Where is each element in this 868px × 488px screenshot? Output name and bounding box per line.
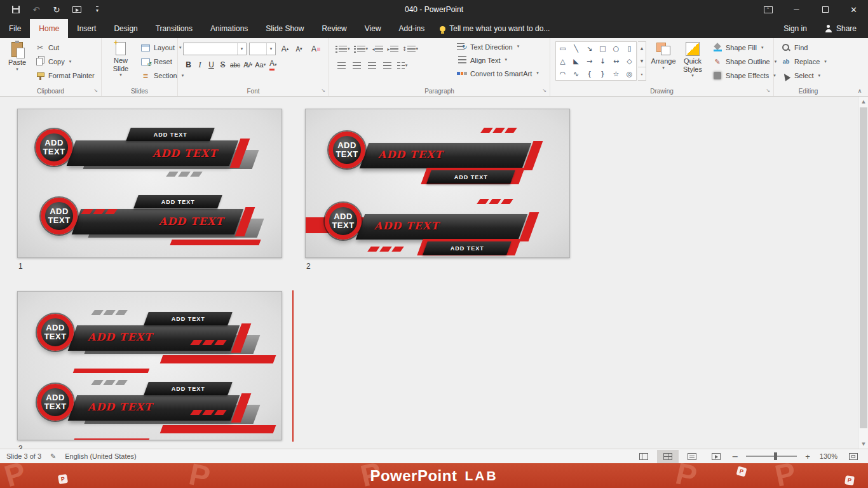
shapes-gallery[interactable]: ▭ ╲ ↘ □ ○ ▯ △ ◣ → ↓ ↔ ◇ ◠ ∿ { } ☆ ◎	[555, 41, 637, 81]
shape-down-arrow-icon[interactable]: ↓	[596, 55, 609, 67]
gallery-up-button[interactable]: ▲	[638, 42, 646, 55]
increase-font-size-button[interactable]: A▴	[280, 43, 290, 55]
slide-show-button[interactable]	[705, 450, 727, 463]
shape-oval-icon[interactable]: ○	[609, 42, 623, 55]
close-button[interactable]: ✕	[839, 0, 868, 19]
redo-button[interactable]: ↻	[51, 4, 62, 15]
numbering-button[interactable]: ▾	[353, 43, 370, 55]
clear-formatting-button[interactable]: A⁣	[310, 43, 322, 55]
customize-quick-access-button[interactable]: ▾	[92, 4, 103, 15]
find-button[interactable]: Find	[779, 41, 829, 55]
proofing-icon[interactable]: ✎	[50, 452, 56, 461]
align-center-button[interactable]	[349, 59, 363, 72]
slide-sorter-view-button[interactable]	[657, 450, 679, 463]
align-right-button[interactable]	[365, 59, 379, 72]
tab-file[interactable]: File	[0, 19, 30, 38]
slide-thumbnail-1[interactable]: ADD TEXT ADD TEXT ADD TEXT ADD TEXT ADD …	[17, 109, 282, 258]
shape-line-icon[interactable]: ╲	[569, 42, 583, 55]
zoom-out-button[interactable]: −	[729, 450, 741, 463]
align-text-button[interactable]: Align Text ▾	[455, 53, 541, 67]
text-shadow-button[interactable]: abc	[229, 58, 241, 71]
language-status[interactable]: English (United States)	[65, 452, 137, 460]
shape-right-triangle-icon[interactable]: ◣	[569, 55, 583, 67]
shape-double-arrow-icon[interactable]: ↔	[609, 55, 623, 67]
font-size-select[interactable]: ▾	[249, 43, 276, 55]
undo-button[interactable]: ↶	[31, 4, 42, 15]
tab-addins[interactable]: Add-ins	[390, 19, 434, 38]
zoom-slider-thumb[interactable]	[774, 452, 777, 460]
shape-curve-icon[interactable]: ∿	[569, 67, 583, 80]
slide-thumbnail-2[interactable]: ADD TEXT ADD TEXT ADD TEXT ADD TEXT ADD …	[305, 109, 570, 258]
new-slide-button[interactable]: New Slide ▾	[105, 40, 136, 82]
tab-review[interactable]: Review	[313, 19, 355, 38]
shape-arrow-line-icon[interactable]: ↘	[583, 42, 596, 55]
select-button[interactable]: Select ▾	[779, 69, 829, 83]
scroll-down-button[interactable]: ▼	[858, 439, 868, 449]
share-button[interactable]: Share	[818, 19, 868, 38]
vertical-scrollbar[interactable]: ▲ ▼	[858, 97, 868, 449]
gallery-down-button[interactable]: ▼	[638, 55, 646, 67]
fit-to-window-button[interactable]	[843, 450, 864, 463]
shape-fill-button[interactable]: Shape Fill ▾	[710, 41, 778, 55]
font-name-select[interactable]: ▾	[183, 43, 247, 55]
change-case-button[interactable]: Aa▾	[254, 58, 267, 71]
underline-button[interactable]: U	[206, 58, 217, 71]
text-direction-button[interactable]: ↻ Text Direction ▾	[455, 40, 541, 53]
tell-me-box[interactable]: Tell me what you want to do...	[433, 19, 556, 38]
align-left-button[interactable]	[334, 59, 348, 72]
justify-button[interactable]	[380, 59, 394, 72]
replace-button[interactable]: ab Replace ▾	[779, 55, 829, 69]
copy-button[interactable]: Copy ▾	[33, 55, 97, 69]
convert-to-smartart-button[interactable]: Convert to SmartArt ▾	[455, 67, 541, 80]
bullets-button[interactable]: ▾	[334, 43, 351, 55]
zoom-in-button[interactable]: +	[802, 450, 813, 463]
scrollbar-thumb[interactable]	[860, 107, 867, 428]
line-spacing-button[interactable]: ↕▾	[401, 43, 419, 55]
tab-design[interactable]: Design	[105, 19, 146, 38]
minimize-button[interactable]: ─	[782, 0, 811, 19]
bold-button[interactable]: B	[183, 58, 194, 71]
sign-in-button[interactable]: Sign in	[772, 19, 818, 38]
shape-effects-button[interactable]: Shape Effects ▾	[710, 69, 778, 83]
shape-right-arrow-icon[interactable]: →	[583, 55, 596, 67]
shape-right-brace-icon[interactable]: }	[596, 67, 609, 80]
save-button[interactable]	[10, 4, 22, 15]
tab-transitions[interactable]: Transitions	[147, 19, 201, 38]
shape-arc-icon[interactable]: ◠	[556, 67, 569, 80]
reading-view-button[interactable]	[681, 450, 703, 463]
start-from-beginning-button[interactable]	[71, 4, 83, 15]
decrease-font-size-button[interactable]: A▾	[294, 43, 304, 55]
maximize-button[interactable]	[811, 0, 839, 19]
tab-view[interactable]: View	[356, 19, 390, 38]
increase-indent-button[interactable]: ▸	[386, 43, 400, 55]
tab-home[interactable]: Home	[30, 19, 68, 38]
shape-rounded-rectangle-icon[interactable]: ▯	[623, 42, 636, 55]
font-color-button[interactable]: A▾	[268, 58, 278, 71]
shape-star-icon[interactable]: ☆	[609, 67, 623, 80]
tab-animations[interactable]: Animations	[201, 19, 257, 38]
shape-diamond-icon[interactable]: ◇	[623, 55, 636, 67]
drawing-dialog-launcher[interactable]: ↘	[764, 87, 771, 94]
zoom-slider[interactable]	[746, 456, 797, 457]
format-painter-button[interactable]: Format Painter	[33, 69, 97, 83]
quick-styles-button[interactable]: Quick Styles ▾	[679, 40, 707, 82]
strikethrough-button[interactable]: S	[217, 58, 228, 71]
clipboard-dialog-launcher[interactable]: ↘	[92, 87, 99, 94]
columns-button[interactable]: ▾	[395, 59, 409, 72]
arrange-button[interactable]: Arrange ▾	[649, 40, 677, 82]
normal-view-button[interactable]	[633, 450, 654, 463]
shape-textbox-icon[interactable]: ▭	[556, 42, 569, 55]
slide-thumbnail-3[interactable]: ADD TEXT ADD TEXT ADD TEXT ADD TEXT ADD …	[17, 291, 282, 440]
shape-rectangle-icon[interactable]: □	[596, 42, 609, 55]
decrease-indent-button[interactable]: ◂	[370, 43, 384, 55]
italic-button[interactable]: I	[194, 58, 205, 71]
paragraph-dialog-launcher[interactable]: ↘	[541, 87, 548, 94]
shape-left-brace-icon[interactable]: {	[583, 67, 596, 80]
ribbon-display-options-button[interactable]: ⌃	[754, 0, 782, 19]
tab-slideshow[interactable]: Slide Show	[257, 19, 313, 38]
shape-donut-icon[interactable]: ◎	[623, 67, 636, 80]
paste-button[interactable]: Paste ▾	[3, 40, 31, 82]
scroll-up-button[interactable]: ▲	[858, 97, 868, 106]
zoom-level[interactable]: 130%	[816, 452, 840, 460]
collapse-ribbon-button[interactable]: ∧	[855, 88, 864, 94]
